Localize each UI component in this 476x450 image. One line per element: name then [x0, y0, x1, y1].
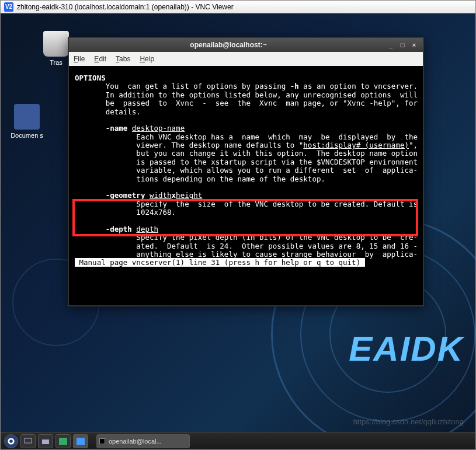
documents-label: Documen s	[9, 132, 44, 139]
workspace-icon	[77, 438, 85, 445]
url-watermark: https://blog.csdn.net/qqliuzhitong	[353, 417, 464, 426]
man-status-line: Manual page vncserver(1) line 31 (press …	[75, 258, 365, 267]
folder-icon	[14, 104, 40, 130]
option-geometry: -geometry	[75, 191, 150, 200]
menu-help[interactable]: Help	[140, 55, 154, 63]
vnc-window-title: zhitong-eaidk-310 (localhost.localdomain…	[17, 3, 472, 11]
fedora-icon	[7, 437, 15, 445]
option-name: -name	[75, 124, 132, 132]
minimize-button[interactable]: _	[387, 41, 395, 49]
maximize-button[interactable]: □	[398, 41, 406, 49]
remote-desktop[interactable]: EAIDK https://blog.csdn.net/qqliuzhitong…	[1, 13, 475, 449]
workspace-1-button[interactable]	[55, 434, 71, 448]
close-button[interactable]: ×	[410, 41, 418, 49]
svg-rect-4	[59, 438, 67, 445]
brand-watermark: EAIDK	[349, 329, 464, 369]
show-desktop-button[interactable]	[20, 434, 36, 448]
file-manager-button[interactable]	[38, 434, 53, 448]
menu-tabs[interactable]: Tabs	[116, 55, 130, 63]
folder-icon	[41, 438, 50, 445]
start-menu-button[interactable]	[4, 434, 18, 448]
man-section-header: OPTIONS	[75, 74, 106, 82]
svg-rect-5	[77, 438, 85, 445]
desktop-icon	[24, 438, 32, 445]
svg-rect-3	[42, 439, 49, 444]
menu-file[interactable]: File	[74, 55, 85, 63]
terminal-window: openailab@localhost:~ _ □ × File Edit Ta…	[68, 37, 424, 306]
option-depth: -depth	[75, 225, 136, 233]
terminal-output[interactable]: OPTIONS You can get a list of options by…	[69, 66, 423, 305]
task-label: openailab@local...	[109, 438, 162, 445]
terminal-title: openailab@localhost:~	[74, 41, 383, 49]
terminal-titlebar[interactable]: openailab@localhost:~ _ □ ×	[69, 38, 423, 52]
taskbar-terminal-task[interactable]: openailab@local...	[96, 434, 190, 448]
terminal-icon	[99, 438, 105, 444]
workspace-2-button[interactable]	[73, 434, 88, 448]
trash-icon	[43, 31, 69, 57]
documents-desktop-icon[interactable]: Documen s	[9, 104, 44, 139]
vnc-app-icon: V2	[4, 2, 13, 12]
vnc-titlebar[interactable]: V2 zhitong-eaidk-310 (localhost.localdom…	[1, 1, 475, 13]
svg-rect-2	[25, 438, 32, 443]
terminal-menubar: File Edit Tabs Help	[69, 52, 423, 66]
taskbar: openailab@local...	[1, 432, 475, 449]
vnc-viewer-window: V2 zhitong-eaidk-310 (localhost.localdom…	[0, 0, 476, 450]
svg-point-1	[9, 439, 13, 443]
workspace-icon	[59, 438, 67, 445]
menu-edit[interactable]: Edit	[94, 55, 106, 63]
